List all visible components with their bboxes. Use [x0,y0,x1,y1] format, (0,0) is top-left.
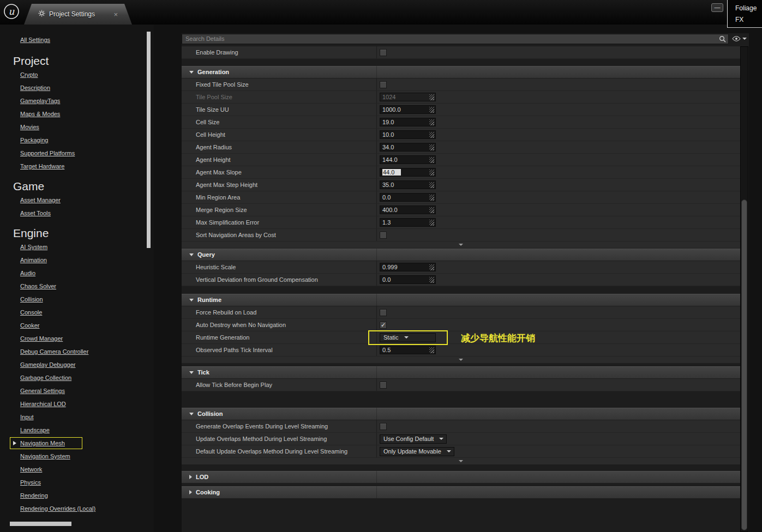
sidebar-item-packaging[interactable]: Packaging [20,134,154,147]
number-input-max-simplification-error[interactable]: 1.3 [380,218,436,227]
sidebar-item-navigation-mesh[interactable]: Navigation Mesh [20,437,154,450]
section-title: Tick [197,369,209,376]
search-input[interactable] [182,34,729,44]
sidebar-item-collision[interactable]: Collision [20,293,154,306]
sidebar-item-hierarchical-lod[interactable]: Hierarchical LOD [20,397,154,410]
checkbox-force-rebuild-on-load[interactable] [380,309,387,316]
sidebar-item-navigation-system[interactable]: Navigation System [20,450,154,463]
section-header-runtime[interactable]: Runtime [182,294,740,306]
chevron-down-icon [459,359,463,361]
menu-item-foliage[interactable]: Foliage [735,3,762,14]
value-drag-handle-icon[interactable] [429,94,434,100]
number-input-observed-paths-tick-interval[interactable]: 0.5 [380,346,436,354]
sidebar-item-label: Rendering Overrides (Local) [20,505,95,512]
section-header-lod[interactable]: LOD [182,471,740,483]
value-drag-handle-icon[interactable] [429,182,434,188]
number-input-tile-pool-size[interactable]: 1024 [380,93,436,101]
value-drag-handle-icon[interactable] [429,132,434,138]
checkbox-allow-tick-before-begin-play[interactable] [380,382,387,389]
sidebar-item-audio[interactable]: Audio [20,267,154,280]
sidebar-item-crowd-manager[interactable]: Crowd Manager [20,332,154,345]
number-input-agent-max-slope[interactable]: 44.0 [380,168,436,177]
number-input-merge-region-size[interactable]: 400.0 [380,205,436,214]
section-header-cooking[interactable]: Cooking [182,486,740,499]
section-header-generation[interactable]: Generation [182,66,740,78]
property-row: Heuristic Scale0.999 [182,261,740,274]
tab-close-icon[interactable]: × [113,11,118,18]
sidebar-item-input[interactable]: Input [20,410,154,424]
checkbox-generate-overlap-events-during-level-streaming[interactable] [380,423,387,430]
section-header-collision[interactable]: Collision [182,408,740,420]
sidebar-item-gameplay-debugger[interactable]: Gameplay Debugger [20,358,154,371]
value-drag-handle-icon[interactable] [429,195,434,201]
sidebar-item-animation[interactable]: Animation [20,253,154,267]
sidebar-item-physics[interactable]: Physics [20,476,154,489]
checkbox-auto-destroy-when-no-navigation[interactable]: ✓ [380,322,387,329]
value-drag-handle-icon[interactable] [429,157,434,163]
dropdown-update-overlaps-method-during-level-streaming[interactable]: Use Config Default [380,434,447,444]
dropdown-runtime-generation[interactable]: Static [380,333,436,342]
sidebar-item-landscape[interactable]: Landscape [20,424,154,437]
checkbox-fixed-tile-pool-size[interactable] [380,81,387,88]
details-vertical-scrollbar[interactable] [740,46,748,532]
section-header-query[interactable]: Query [182,249,740,261]
value-drag-handle-icon[interactable] [429,347,434,353]
checkbox-sort-navigation-areas-by-cost[interactable] [380,232,387,239]
sidebar-item-crypto[interactable]: Crypto [20,68,154,81]
scrollbar-thumb[interactable] [741,200,747,530]
section-header-tick[interactable]: Tick [182,366,740,379]
property-row: Max Simplification Error1.3 [182,216,740,229]
view-options-button[interactable] [732,34,748,43]
advanced-expander[interactable] [182,241,740,249]
number-input-cell-size[interactable]: 19.0 [380,118,436,126]
sidebar-item-movies[interactable]: Movies [20,120,154,134]
number-input-agent-max-step-height[interactable]: 35.0 [380,180,436,189]
value-drag-handle-icon[interactable] [429,277,434,283]
sidebar-item-rendering[interactable]: Rendering [20,489,154,502]
sidebar-item-gameplaytags[interactable]: GameplayTags [20,94,154,107]
sidebar-item-supported-platforms[interactable]: Supported Platforms [20,147,154,160]
sidebar-horizontal-scrollbar[interactable] [10,522,71,526]
sidebar-item-description[interactable]: Description [20,81,154,94]
value-drag-handle-icon[interactable] [429,170,434,176]
sidebar-item-console[interactable]: Console [20,306,154,319]
value-drag-handle-icon[interactable] [429,220,434,226]
number-input-cell-height[interactable]: 10.0 [380,130,436,139]
sidebar-item-debug-camera-controller[interactable]: Debug Camera Controller [20,345,154,358]
advanced-expander[interactable] [182,458,740,465]
number-input-tile-size-uu[interactable]: 1000.0 [380,105,436,114]
dropdown-default-update-overlaps-method-during-level-streaming[interactable]: Only Update Movable [380,447,454,456]
menu-item-fx[interactable]: FX [735,14,762,26]
sidebar-item-all-settings[interactable]: All Settings [20,33,154,46]
sidebar-item-general-settings[interactable]: General Settings [20,384,154,397]
number-input-heuristic-scale[interactable]: 0.999 [380,263,436,271]
tab-project-settings[interactable]: Project Settings × [24,4,132,25]
unreal-logo-icon: u [3,3,20,20]
sidebar-item-label: Target Hardware [20,163,64,170]
sidebar-item-chaos-solver[interactable]: Chaos Solver [20,280,154,293]
value-drag-handle-icon[interactable] [429,207,434,213]
number-input-vertical-deviation-from-ground-compensation[interactable]: 0.0 [380,275,436,284]
value-drag-handle-icon[interactable] [429,144,434,150]
minimize-button[interactable]: — [711,3,723,12]
value-drag-handle-icon[interactable] [429,264,434,270]
sidebar-item-maps-modes[interactable]: Maps & Modes [20,107,154,120]
sidebar-vertical-scrollbar[interactable] [147,32,151,248]
checkbox-enable-drawing[interactable] [380,49,387,56]
sidebar-item-network[interactable]: Network [20,463,154,476]
sidebar-item-rendering-overrides-local[interactable]: Rendering Overrides (Local) [20,502,154,515]
value-drag-handle-icon[interactable] [429,107,434,113]
number-input-agent-radius[interactable]: 34.0 [380,143,436,152]
sidebar-item-ai-system[interactable]: AI System [20,240,154,253]
advanced-expander[interactable] [182,356,740,364]
section-title: Collision [197,410,223,417]
sidebar-item-cooker[interactable]: Cooker [20,319,154,332]
sidebar-item-target-hardware[interactable]: Target Hardware [20,160,154,173]
sidebar-item-asset-tools[interactable]: Asset Tools [20,207,154,220]
value-drag-handle-icon[interactable] [429,119,434,125]
number-input-min-region-area[interactable]: 0.0 [380,193,436,202]
sidebar-section-title-engine: Engine [13,226,154,240]
sidebar-item-asset-manager[interactable]: Asset Manager [20,194,154,207]
number-input-agent-height[interactable]: 144.0 [380,155,436,164]
sidebar-item-garbage-collection[interactable]: Garbage Collection [20,371,154,384]
